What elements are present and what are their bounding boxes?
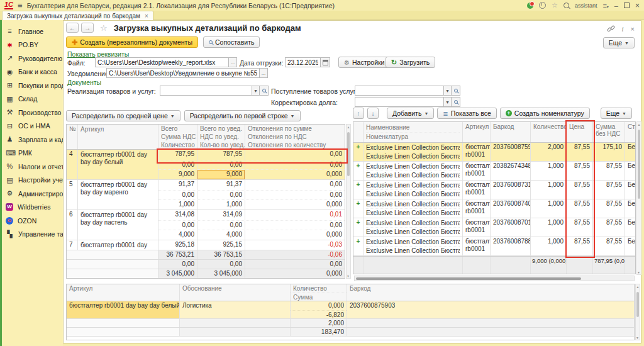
col-vat[interactable]: Сумма НДС xyxy=(158,133,197,141)
main-menu-icon[interactable]: ≡ xyxy=(18,1,23,10)
right-table-scrollbar[interactable]: ▴▾ xyxy=(636,121,641,275)
col-dev-sum[interactable]: Отклонения по сумме xyxy=(245,125,345,133)
sidebar-item-purchases[interactable]: ⊞Покупки и продажи xyxy=(2,79,63,92)
expand-plus-icon[interactable]: + xyxy=(353,199,364,218)
distribute-avg-price-button[interactable]: Распределить по средней цене▼ xyxy=(66,110,180,121)
notice-input[interactable] xyxy=(106,68,260,78)
table-row[interactable]: +Exclusive Linen Collection Бюстгальтер … xyxy=(353,237,635,256)
settings-button[interactable]: ⚙ Настройки xyxy=(338,57,390,68)
expand-plus-icon[interactable]: + xyxy=(353,162,364,180)
add-button[interactable]: Добавить▼ xyxy=(387,108,434,119)
table-row[interactable]: +Exclusive Linen Collection Бюстгальтер … xyxy=(353,218,635,237)
notifications-icon[interactable] xyxy=(527,3,533,9)
table-row[interactable]: +Exclusive Linen Collection Бюстгальтер … xyxy=(353,181,635,199)
back-button[interactable]: ← xyxy=(66,23,79,33)
scroll-thumb[interactable] xyxy=(356,277,581,280)
col-vat-rate[interactable]: Ста xyxy=(625,122,635,142)
show-all-button[interactable]: ≣ Показать все xyxy=(437,108,497,119)
table-row[interactable]: 5бюстгалтер rb0001 day bay day маренго91… xyxy=(67,180,345,210)
sidebar-item-tariff[interactable]: ▚Управление тарифом xyxy=(2,228,63,242)
sidebar-item-admin[interactable]: ⚙Администрирование xyxy=(2,187,63,201)
col-barcode[interactable]: Баркод xyxy=(347,284,634,301)
close-button[interactable]: × xyxy=(635,1,640,10)
col-barcode[interactable]: Баркод xyxy=(491,122,531,142)
col-price[interactable]: Цена xyxy=(567,122,593,142)
ship-date-input[interactable] xyxy=(285,57,321,67)
minimize-button[interactable]: – xyxy=(614,2,618,9)
table-row[interactable]: +Exclusive Linen Collection Бюстгальтер … xyxy=(353,143,635,162)
left-table-scrollbar[interactable]: ▴▾ xyxy=(346,124,351,279)
info-icon[interactable]: i xyxy=(622,25,624,33)
debt-correction-dropdown[interactable]: ▾ xyxy=(444,97,452,107)
col-qty[interactable]: Количество xyxy=(158,141,197,149)
create-documents-button[interactable]: ✚ Создать (перезаполнить) документы xyxy=(66,36,198,48)
sidebar-item-production[interactable]: ⚒Производство xyxy=(2,106,63,120)
expand-plus-icon[interactable]: + xyxy=(353,181,364,199)
match-button[interactable]: Сопоставить xyxy=(203,36,260,48)
distribute-first-row-button[interactable]: Распределить по первой строке▼ xyxy=(184,110,301,121)
favorite-star-icon[interactable]: ☆ xyxy=(100,23,108,33)
forward-button[interactable]: → xyxy=(81,23,94,33)
tab-close-icon[interactable]: × xyxy=(145,13,148,20)
right-table-hscrollbar[interactable] xyxy=(354,276,635,281)
scroll-thumb[interactable] xyxy=(347,132,350,176)
table-row[interactable]: +Exclusive Linen Collection Бюстгальтер … xyxy=(353,199,635,218)
notice-browse-button[interactable]: ... xyxy=(260,68,268,78)
table-row[interactable]: 4бюстгалтер rb0001 day bay day белый787,… xyxy=(67,150,345,180)
expand-plus-icon[interactable]: + xyxy=(353,143,364,161)
debt-correction-open-button[interactable] xyxy=(452,97,460,107)
sidebar-item-home[interactable]: ≡Главное xyxy=(2,25,63,38)
scroll-thumb[interactable] xyxy=(638,130,640,199)
col-qty-sum[interactable]: Количество Сумма xyxy=(291,284,347,301)
col-vat-notice[interactable]: НДС по увед. xyxy=(197,133,245,141)
col-name[interactable]: Наименование Номенклатура xyxy=(364,122,463,142)
col-qty-notice[interactable]: Кол-во по увед. xyxy=(197,141,245,149)
form-close-icon[interactable]: × xyxy=(631,25,635,33)
col-dev-qty[interactable]: Отклонения по количеству xyxy=(245,141,345,149)
col-article[interactable]: Артикул xyxy=(463,122,491,142)
receipt-doc-dropdown[interactable]: ▾ xyxy=(444,86,452,96)
sidebar-item-assets[interactable]: ⊟ОС и НМА xyxy=(2,120,63,133)
create-nomenclature-button[interactable]: + Создать номенклатуру xyxy=(500,108,590,119)
sidebar-item-warehouse[interactable]: ▦Склад xyxy=(2,92,63,106)
search-icon[interactable] xyxy=(564,3,569,8)
sidebar-item-bank[interactable]: ◉Банк и касса xyxy=(2,65,63,79)
sidebar-item-wildberries[interactable]: WWildberries xyxy=(2,201,63,215)
col-article[interactable]: Артикул xyxy=(78,125,158,149)
link-icon[interactable] xyxy=(607,25,615,33)
sidebar-item-manager[interactable]: ↗Руководителю xyxy=(2,52,63,65)
debt-correction-input[interactable] xyxy=(355,97,444,107)
table-row[interactable]: 7бюстгалтер rb0001 day bay day розовый92… xyxy=(67,240,345,250)
form-more-button[interactable]: Еще▼ xyxy=(603,37,635,48)
col-dev-vat[interactable]: Отклонения по НДС xyxy=(245,133,345,141)
restore-button[interactable] xyxy=(624,3,630,8)
move-up-button[interactable]: ↑ xyxy=(353,108,364,119)
sidebar-item-ozon[interactable]: OOZON xyxy=(2,214,63,228)
expand-plus-icon[interactable]: + xyxy=(353,237,364,255)
col-num[interactable]: № xyxy=(67,125,78,149)
tab-load-details[interactable]: Загрузка выкупных детализаций по баркода… xyxy=(2,11,153,21)
receipt-doc-open-button[interactable] xyxy=(452,86,460,96)
receipt-doc-input[interactable] xyxy=(355,86,444,96)
calendar-button[interactable] xyxy=(321,57,330,67)
col-reason[interactable]: Обоснование xyxy=(180,284,291,301)
load-button[interactable]: ↻ Загрузить xyxy=(386,57,435,68)
expand-plus-icon[interactable]: + xyxy=(353,218,364,237)
right-table-more-button[interactable]: Еще▼ xyxy=(601,108,632,119)
assistant-label[interactable]: assistant xyxy=(575,3,597,9)
justification-row[interactable]: бюстгалтер rb0001 day bay day белый Логи… xyxy=(67,301,634,319)
favorites-icon[interactable]: ☆ xyxy=(552,1,558,9)
sidebar-item-accounting[interactable]: ▤Настройки учета xyxy=(2,174,63,187)
sales-doc-dropdown[interactable]: ▾ xyxy=(252,86,260,96)
file-browse-button[interactable]: ... xyxy=(229,57,237,67)
col-total[interactable]: Всего xyxy=(158,125,197,133)
sidebar-item-taxes[interactable]: %Налоги и отчетность xyxy=(2,160,63,174)
service-menu-icon[interactable]: ≡▾ xyxy=(602,2,608,9)
col-article[interactable]: Артикул xyxy=(67,284,180,301)
sidebar-item-salary[interactable]: ♟Зарплата и кадры xyxy=(2,133,63,147)
col-sum-no-vat[interactable]: Сумма без НДС xyxy=(593,122,625,142)
history-icon[interactable] xyxy=(539,2,546,9)
move-down-button[interactable]: ↓ xyxy=(367,108,379,119)
bottom-table-scrollbar[interactable]: ▴▾ xyxy=(635,284,640,340)
col-total-notice[interactable]: Всего по увед. xyxy=(197,125,245,133)
